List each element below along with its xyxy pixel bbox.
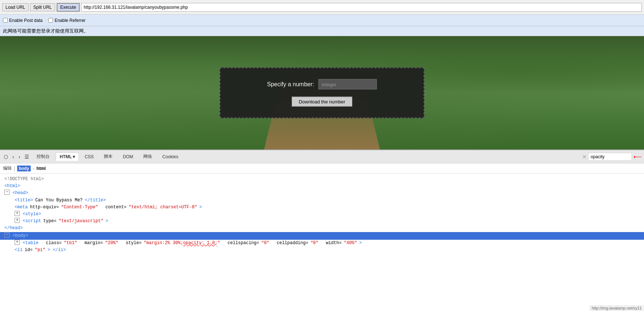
enable-post-label[interactable]: Enable Post data <box>3 18 42 23</box>
tab-script[interactable]: 脚本 <box>99 151 117 162</box>
tab-cookies[interactable]: Cookies <box>158 152 182 162</box>
dialog-box: Specify a number: Download the number <box>220 68 424 118</box>
expand-script-btn[interactable]: + <box>15 218 20 223</box>
tab-html[interactable]: HTML ▾ <box>56 152 79 161</box>
enable-referrer-label[interactable]: Enable Referrer <box>48 18 86 23</box>
code-head-close-line: </head> <box>4 225 640 232</box>
breadcrumb-edit: 编辑 <box>3 165 12 171</box>
dialog-label: Specify a number: <box>267 81 314 88</box>
code-head-open-line: − <head> <box>4 190 640 197</box>
code-body-open-line: − <body> <box>0 232 644 240</box>
enable-post-checkbox[interactable] <box>3 18 8 23</box>
url-input[interactable] <box>81 3 642 12</box>
devtools-breadcrumb: 编辑 | body ‹ html <box>0 163 644 174</box>
code-title-line: <title>Can You Bypass Me?</title> <box>4 197 640 204</box>
code-doctype-line: <!DOCTYPE html> <box>4 176 640 183</box>
devtools-cursor-icon[interactable]: ⬡ <box>2 152 10 161</box>
tab-dom[interactable]: DOM <box>118 152 137 162</box>
matrix-background: Specify a number: Download the number <box>0 36 644 149</box>
code-table-line: + <table class="tb1" margin="20%" style=… <box>4 240 640 247</box>
browser-content: Specify a number: Download the number <box>0 36 644 149</box>
warning-bar: 此网络可能需要您登录才能使用互联网。 <box>0 26 644 36</box>
breadcrumb-body[interactable]: body <box>17 166 31 171</box>
code-script-line: + <script type="text/javascript"> <box>4 218 640 225</box>
annotation-arrow: ⟵ <box>633 153 642 160</box>
search-clear-icon[interactable]: ✕ <box>582 154 587 160</box>
expand-style-btn[interactable]: + <box>15 211 20 216</box>
collapse-body-btn[interactable]: − <box>4 232 10 238</box>
dialog-input-row: Specify a number: <box>235 79 409 90</box>
dialog-button-row: Download the number <box>235 97 409 107</box>
collapse-head-btn[interactable]: − <box>4 190 10 195</box>
number-input[interactable] <box>318 79 377 90</box>
expand-table-btn[interactable]: + <box>15 240 20 245</box>
toolbar: Load URL Split URL Execute <box>0 0 644 15</box>
enable-referrer-checkbox[interactable] <box>48 18 53 23</box>
code-li-line: <li id="pi"> </li> <box>4 247 640 252</box>
load-url-button[interactable]: Load URL <box>2 3 29 11</box>
execute-button[interactable]: Execute <box>57 3 80 12</box>
breadcrumb-html[interactable]: html <box>37 166 46 171</box>
tab-console[interactable]: 控制台 <box>32 151 54 162</box>
code-style-line: + <style> <box>4 211 640 218</box>
code-html-open-line: <html> <box>4 183 640 190</box>
toolbar2: Enable Post data Enable Referrer <box>0 15 644 26</box>
devtools-forward-icon[interactable]: › <box>17 152 22 161</box>
devtools-code-area: <!DOCTYPE html> <html> − <head> <title>C… <box>0 174 644 252</box>
warning-text: 此网络可能需要您登录才能使用互联网。 <box>3 28 88 34</box>
html-tab-dropdown-arrow: ▾ <box>73 154 75 159</box>
tab-css[interactable]: CSS <box>80 152 98 162</box>
devtools-topbar: ⬡ ‹ › ☰ 控制台 HTML ▾ CSS 脚本 DOM 网络 Cookies… <box>0 150 644 163</box>
devtools-list-icon[interactable]: ☰ <box>23 152 31 161</box>
tab-network[interactable]: 网络 <box>139 151 156 162</box>
download-button[interactable]: Download the number <box>292 97 352 107</box>
split-url-button[interactable]: Split URL <box>30 3 55 11</box>
code-meta-line: <meta http-equiv="Content-Type" content=… <box>4 204 640 211</box>
devtools-search-input[interactable] <box>588 153 632 161</box>
devtools-search-area: ✕ ⟵ <box>582 153 642 161</box>
devtools-panel: ⬡ ‹ › ☰ 控制台 HTML ▾ CSS 脚本 DOM 网络 Cookies… <box>0 149 644 252</box>
devtools-back-icon[interactable]: ‹ <box>11 152 16 161</box>
